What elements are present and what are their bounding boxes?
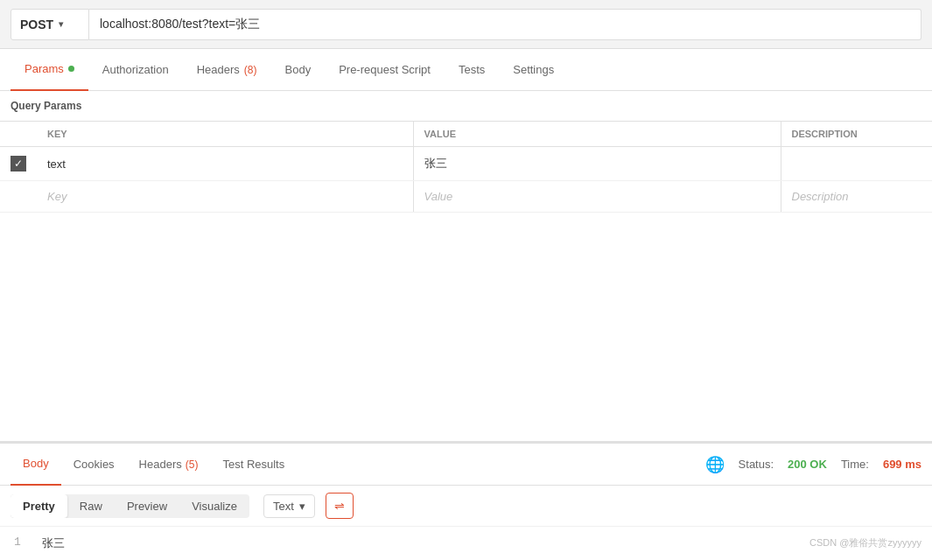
text-format-chevron-icon: ▾: [299, 500, 305, 513]
text-format-label: Text: [273, 500, 294, 513]
text-format-dropdown[interactable]: Text ▾: [263, 494, 315, 518]
tab-body[interactable]: Body: [271, 49, 326, 91]
format-tab-preview[interactable]: Preview: [115, 494, 179, 518]
tab-params-label: Params: [25, 62, 64, 75]
tab-response-headers-label: Headers: [139, 458, 182, 471]
tab-test-results-label: Test Results: [222, 458, 284, 471]
method-chevron-icon: ▾: [59, 19, 63, 29]
bottom-toolbar: Pretty Raw Preview Visualize Text ▾ ⇌: [0, 486, 932, 527]
tab-params[interactable]: Params: [11, 49, 88, 91]
tab-pre-request-label: Pre-request Script: [339, 63, 431, 76]
col-header-description: DESCRIPTION: [781, 122, 932, 147]
row-key-cell[interactable]: text: [37, 147, 413, 181]
method-dropdown[interactable]: POST ▾: [11, 9, 89, 40]
placeholder-key-cell[interactable]: Key: [37, 181, 413, 213]
code-content: 张三: [42, 536, 65, 551]
headers-badge: (8): [244, 64, 257, 76]
row-param-value: 张三: [424, 157, 447, 170]
url-input[interactable]: [89, 9, 921, 40]
tab-headers[interactable]: Headers (8): [183, 49, 271, 91]
tab-tests[interactable]: Tests: [445, 49, 499, 91]
tab-headers-label: Headers: [197, 63, 240, 76]
format-raw-label: Raw: [80, 500, 102, 513]
bottom-tabs-row: Body Cookies Headers (5) Test Results 🌐 …: [0, 444, 932, 486]
params-section: Query Params KEY VALUE DESCRIPTION ✓: [0, 91, 932, 438]
time-label: Time:: [841, 458, 869, 471]
format-tab-raw[interactable]: Raw: [67, 494, 115, 518]
code-output-area: 1 张三: [0, 527, 932, 560]
tab-tests-label: Tests: [459, 63, 485, 76]
bottom-section: Body Cookies Headers (5) Test Results 🌐 …: [0, 442, 932, 560]
url-bar: POST ▾: [0, 0, 932, 49]
format-tabs: Pretty Raw Preview Visualize: [11, 494, 249, 518]
tab-response-body[interactable]: Body: [11, 444, 61, 486]
format-pretty-label: Pretty: [23, 500, 55, 513]
tab-test-results[interactable]: Test Results: [210, 444, 297, 486]
placeholder-key-text: Key: [47, 190, 67, 203]
col-header-key: KEY: [37, 122, 413, 147]
tab-response-body-label: Body: [23, 457, 49, 470]
col-header-checkbox: [0, 122, 37, 147]
watermark: CSDN @雅俗共赏zyyyyyy: [809, 536, 921, 550]
format-tab-pretty[interactable]: Pretty: [11, 494, 67, 518]
tab-authorization-label: Authorization: [102, 63, 169, 76]
params-dot-icon: [68, 66, 74, 72]
table-row: ✓ text 张三: [0, 147, 932, 181]
tab-settings[interactable]: Settings: [499, 49, 568, 91]
tab-settings-label: Settings: [513, 63, 554, 76]
method-label: POST: [20, 18, 53, 32]
placeholder-description-text: Description: [792, 190, 849, 203]
wrap-icon: ⇌: [334, 499, 345, 513]
tab-pre-request[interactable]: Pre-request Script: [325, 49, 445, 91]
line-number: 1: [14, 536, 28, 551]
row-checkbox-cell[interactable]: ✓: [0, 147, 37, 181]
format-preview-label: Preview: [127, 500, 167, 513]
tab-cookies[interactable]: Cookies: [61, 444, 127, 486]
query-params-label: Query Params: [0, 91, 932, 121]
col-header-value: VALUE: [413, 122, 781, 147]
format-tab-visualize[interactable]: Visualize: [179, 494, 249, 518]
status-area: 🌐 Status: 200 OK Time: 699 ms: [705, 455, 921, 474]
placeholder-value-text: Value: [424, 190, 453, 203]
placeholder-value-cell[interactable]: Value: [413, 181, 781, 213]
tab-cookies-label: Cookies: [74, 458, 115, 471]
time-value: 699 ms: [883, 458, 921, 471]
checkbox-checked[interactable]: ✓: [11, 156, 26, 172]
params-table: KEY VALUE DESCRIPTION ✓ text: [0, 121, 932, 213]
checkmark-icon: ✓: [14, 158, 23, 169]
top-tabs-row: Params Authorization Headers (8) Body Pr…: [0, 49, 932, 91]
tab-authorization[interactable]: Authorization: [88, 49, 183, 91]
word-wrap-button[interactable]: ⇌: [326, 493, 354, 519]
status-label: Status:: [739, 458, 774, 471]
row-key-value: text: [47, 158, 66, 171]
table-placeholder-row: Key Value Description: [0, 181, 932, 213]
globe-icon[interactable]: 🌐: [705, 455, 725, 474]
tab-response-headers[interactable]: Headers (5): [127, 444, 211, 486]
status-value: 200 OK: [788, 458, 827, 471]
placeholder-checkbox-cell: [0, 181, 37, 213]
tab-body-label: Body: [285, 63, 312, 76]
row-value-cell[interactable]: 张三: [413, 147, 781, 181]
placeholder-description-cell[interactable]: Description: [781, 181, 932, 213]
row-description-cell[interactable]: [781, 147, 932, 181]
response-headers-badge: (5): [186, 458, 199, 471]
format-visualize-label: Visualize: [192, 500, 237, 513]
